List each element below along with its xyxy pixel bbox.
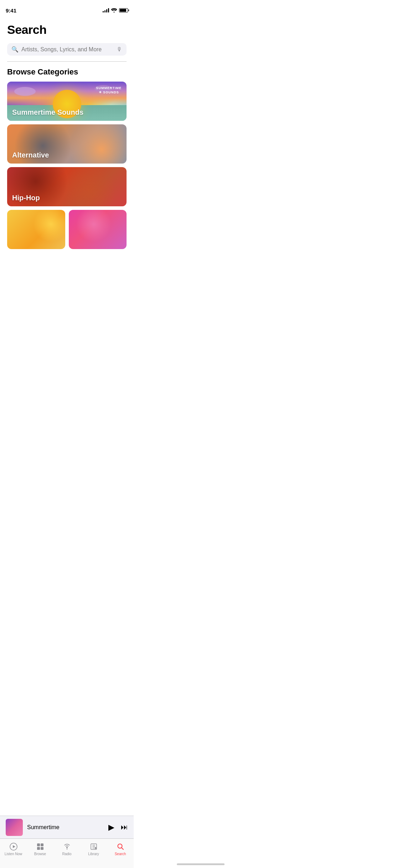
category-card-hiphop[interactable]: Hip-Hop <box>7 167 127 206</box>
status-icons <box>103 8 128 12</box>
summertime-logo: SUMMERTIME☀ SOUNDS <box>96 86 122 95</box>
alternative-label: Alternative <box>12 151 49 159</box>
category-card-summertime-sounds[interactable]: SUMMERTIME☀ SOUNDS Summertime Sounds <box>7 82 127 121</box>
search-input[interactable] <box>21 46 114 53</box>
signal-icon <box>103 8 109 12</box>
battery-icon <box>119 8 128 12</box>
category-list: SUMMERTIME☀ SOUNDS Summertime Sounds Alt… <box>7 82 127 249</box>
status-time: 9:41 <box>6 7 16 14</box>
browse-title: Browse Categories <box>7 67 127 77</box>
hiphop-label: Hip-Hop <box>12 194 40 202</box>
category-card-pink[interactable] <box>69 210 127 249</box>
search-bar[interactable]: 🔍 🎙 <box>7 43 127 56</box>
yellow-bg <box>7 210 65 249</box>
browse-section: Browse Categories SUMMERTIME☀ SOUNDS Sum… <box>0 62 134 249</box>
status-bar: 9:41 <box>0 0 134 16</box>
search-bar-container: 🔍 🎙 <box>0 40 134 61</box>
header: Search <box>0 16 134 40</box>
search-icon: 🔍 <box>11 46 19 53</box>
summertime-sounds-label: Summertime Sounds <box>12 108 83 117</box>
category-card-yellow[interactable] <box>7 210 65 249</box>
wifi-icon <box>111 8 117 12</box>
category-card-alternative[interactable]: Alternative <box>7 124 127 164</box>
page-title: Search <box>7 23 127 37</box>
pink-bg <box>69 210 127 249</box>
category-row <box>7 210 127 249</box>
mic-icon[interactable]: 🎙 <box>117 46 122 53</box>
